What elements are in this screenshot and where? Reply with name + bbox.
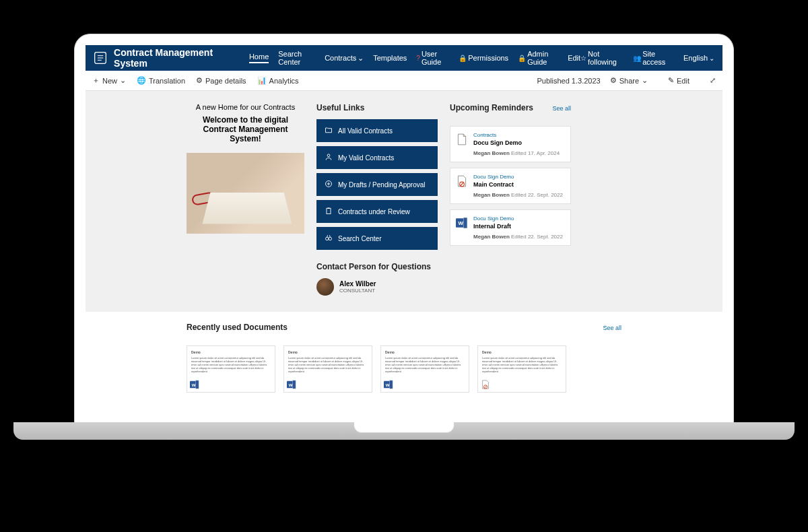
main-content: A new Home for our Contracts Welcome to … xyxy=(86,91,722,312)
recent-doc-card[interactable]: DemoLorem ipsum dolor sit amet consectet… xyxy=(187,345,275,393)
link-my-valid-contracts[interactable]: My Valid Contracts xyxy=(316,146,438,169)
clipboard-icon xyxy=(325,207,333,216)
contact-person[interactable]: Alex Wilber CONSULTANT xyxy=(316,278,438,296)
not-following-button[interactable]: ☆ Not following xyxy=(580,50,624,66)
cmd-analytics[interactable]: 📊Analytics xyxy=(257,75,299,86)
reminder-title: Main Contract xyxy=(473,181,565,188)
translate-icon: 🌐 xyxy=(137,76,146,85)
gear-icon: ⚙ xyxy=(196,76,203,85)
published-date: Published 1.3.2023 xyxy=(537,77,600,85)
site-access-button[interactable]: 👥 Site access xyxy=(633,50,674,66)
expand-icon[interactable]: ⤢ xyxy=(710,76,716,85)
recent-seeall-link[interactable]: See all xyxy=(603,325,621,331)
nav-item-admin-guide[interactable]: 🔒 Admin Guide xyxy=(518,50,558,66)
contact-title: Contact Person for Questions xyxy=(316,262,438,271)
svg-rect-18 xyxy=(463,218,467,228)
edit-button[interactable]: ✎Edit xyxy=(668,76,689,85)
nav-item-templates[interactable]: Templates xyxy=(373,54,407,62)
recent-doc-card[interactable]: DemoLorem ipsum dolor sit amet consectet… xyxy=(380,345,469,393)
useful-links-title: Useful Links xyxy=(316,103,438,112)
doc-icon: W xyxy=(456,217,468,240)
svg-line-12 xyxy=(327,235,328,237)
doc-preview: DemoLorem ipsum dolor sit amet consectet… xyxy=(385,350,465,373)
svg-rect-27 xyxy=(390,380,393,389)
chevron-down-icon: ⌄ xyxy=(120,76,126,85)
link-search-center[interactable]: Search Center xyxy=(316,227,438,250)
chevron-down-icon: ⌄ xyxy=(358,54,364,63)
svg-line-13 xyxy=(330,235,331,237)
cmd-left: ＋New ⌄🌐Translation⚙Page details📊Analytic… xyxy=(92,75,310,86)
lock-icon: 🔒 xyxy=(459,55,467,62)
reminder-title: Docu Sign Demo xyxy=(473,139,565,146)
reminder-category: Docu Sign Demo xyxy=(473,215,565,222)
share-icon: ⚙ xyxy=(610,76,617,85)
nav-item-search-center[interactable]: Search Center xyxy=(278,50,315,66)
svg-text:W: W xyxy=(458,220,463,226)
reminders-title: Upcoming Reminders xyxy=(450,103,533,112)
reminders-seeall-link[interactable]: See all xyxy=(552,105,571,112)
cmd-right: Published 1.3.2023 ⚙Share ⌄ ✎Edit ⤢ xyxy=(537,76,716,85)
reminder-category: Contracts xyxy=(473,132,565,138)
nav-item-contracts[interactable]: Contracts ⌄ xyxy=(325,54,364,63)
nav-item-home[interactable]: Home xyxy=(249,53,269,63)
svg-text:W: W xyxy=(386,383,390,387)
recent-section: Recently used Documents See all DemoLore… xyxy=(86,312,722,393)
svg-point-4 xyxy=(327,154,330,157)
recent-doc-card[interactable]: DemoLorem ipsum dolor sit amet consectet… xyxy=(283,345,372,393)
doc-icon xyxy=(456,133,468,156)
share-button[interactable]: ⚙Share ⌄ xyxy=(610,76,648,85)
useful-links-list: All Valid ContractsMy Valid ContractsMy … xyxy=(316,119,438,250)
doc-type-icon xyxy=(481,380,490,389)
plus-icon: ＋ xyxy=(92,75,100,86)
svg-text:W: W xyxy=(192,383,196,387)
reminder-category: Docu Sign Demo xyxy=(473,174,565,180)
cmd-new[interactable]: ＋New ⌄ xyxy=(92,75,126,86)
svg-rect-8 xyxy=(327,208,331,213)
app-logo-icon xyxy=(94,51,107,65)
reminder-card[interactable]: WDocu Sign DemoInternal DraftMegan Bowen… xyxy=(450,209,571,246)
svg-rect-9 xyxy=(328,208,330,209)
chevron-down-icon: ⌄ xyxy=(709,55,714,62)
hero-image xyxy=(187,153,304,234)
recent-title: Recently used Documents xyxy=(187,323,288,332)
hero-headline: Welcome to the digital Contract Manageme… xyxy=(187,115,304,143)
links-column: Useful Links All Valid ContractsMy Valid… xyxy=(316,103,438,296)
reminder-meta: Megan Bowen Edited 17. Apr. 2024 xyxy=(473,150,565,156)
recent-doc-card[interactable]: DemoLorem ipsum dolor sit amet consectet… xyxy=(477,345,566,393)
doc-icon xyxy=(456,175,468,198)
svg-text:W: W xyxy=(289,383,293,387)
question-icon: ? xyxy=(416,55,420,62)
link-all-valid-contracts[interactable]: All Valid Contracts xyxy=(316,119,438,142)
avatar xyxy=(316,278,334,296)
chevron-down-icon: ⌄ xyxy=(642,76,648,85)
hero-column: A new Home for our Contracts Welcome to … xyxy=(187,103,304,296)
doc-type-icon: W xyxy=(384,380,393,389)
reminder-card[interactable]: ContractsDocu Sign DemoMegan Bowen Edite… xyxy=(450,126,571,162)
link-my-drafts-pending-approval[interactable]: My Drafts / Pending Approval xyxy=(316,173,438,196)
doc-preview: DemoLorem ipsum dolor sit amet consectet… xyxy=(288,350,368,373)
top-nav: Contract Management System HomeSearch Ce… xyxy=(86,45,722,71)
reminder-meta: Megan Bowen Edited 22. Sept. 2022 xyxy=(473,234,565,240)
contact-name: Alex Wilber xyxy=(339,280,376,288)
cmd-translation[interactable]: 🌐Translation xyxy=(137,75,185,86)
contact-role: CONSULTANT xyxy=(339,288,376,294)
recent-docs-row: DemoLorem ipsum dolor sit amet consectet… xyxy=(187,345,621,393)
nav-item-user-guide[interactable]: ? User Guide xyxy=(416,50,449,66)
person-icon xyxy=(325,153,333,162)
link-contracts-under-review[interactable]: Contracts under Review xyxy=(316,200,438,223)
reminders-list: ContractsDocu Sign DemoMegan Bowen Edite… xyxy=(450,126,571,246)
nav-item-permissions[interactable]: 🔒 Permissions xyxy=(459,54,508,62)
command-bar: ＋New ⌄🌐Translation⚙Page details📊Analytic… xyxy=(86,71,722,91)
lock-icon: 🔒 xyxy=(518,55,526,62)
doc-preview: DemoLorem ipsum dolor sit amet consectet… xyxy=(482,350,562,373)
nav-item-edit[interactable]: Edit xyxy=(568,54,580,62)
svg-rect-21 xyxy=(196,380,199,389)
nav-items: HomeSearch CenterContracts ⌄Templates? U… xyxy=(249,50,580,66)
doc-type-icon: W xyxy=(190,380,199,389)
reminder-card[interactable]: Docu Sign DemoMain ContractMegan Bowen E… xyxy=(450,168,571,204)
svg-point-10 xyxy=(326,237,329,240)
reminders-column: Upcoming Reminders See all ContractsDocu… xyxy=(450,103,571,296)
plus-circle-icon xyxy=(325,180,333,189)
language-dropdown[interactable]: English ⌄ xyxy=(683,54,714,62)
cmd-page-details[interactable]: ⚙Page details xyxy=(196,75,246,86)
